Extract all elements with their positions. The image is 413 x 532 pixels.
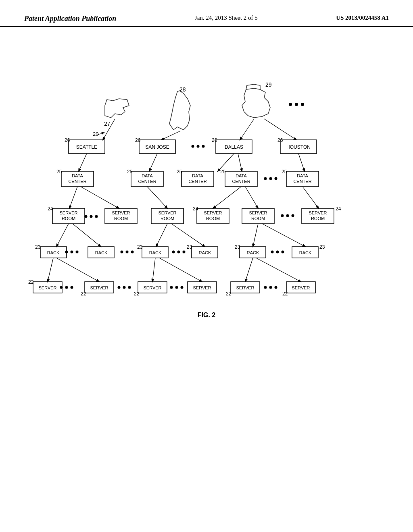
svg-point-10 bbox=[269, 177, 272, 180]
rack3-label: RACK bbox=[149, 250, 162, 255]
svg-line-19 bbox=[69, 187, 77, 208]
srv3-22-label: 22 bbox=[134, 291, 140, 297]
dc2-line2: CENTER bbox=[138, 179, 156, 184]
svg-line-49 bbox=[152, 258, 155, 282]
houston-26-label: 26 bbox=[277, 137, 283, 143]
svg-point-40 bbox=[76, 251, 79, 254]
svg-point-30 bbox=[183, 251, 186, 254]
srv-dots-2 bbox=[170, 286, 173, 289]
svg-line-13 bbox=[149, 154, 157, 171]
sr1-24-label: 24 bbox=[48, 206, 53, 212]
sr1-line1: SERVER bbox=[59, 210, 77, 215]
svg-line-14 bbox=[218, 154, 234, 171]
svg-point-29 bbox=[177, 251, 180, 254]
publication-number: US 2013/0024458 A1 bbox=[336, 15, 389, 21]
svg-point-25 bbox=[90, 215, 93, 218]
srv3-label: SERVER bbox=[143, 285, 161, 290]
rack-dots-3 bbox=[271, 251, 274, 254]
svg-point-11 bbox=[275, 177, 277, 180]
svg-line-23 bbox=[245, 187, 258, 208]
houston-label: HOUSTON bbox=[286, 144, 311, 150]
root-label-20: 20 bbox=[93, 131, 98, 137]
sr2-line1: SERVER bbox=[112, 210, 130, 215]
svg-point-44 bbox=[181, 286, 184, 289]
svg-line-37 bbox=[253, 224, 258, 247]
svg-point-42 bbox=[128, 286, 131, 289]
dc4-25-label: 25 bbox=[220, 169, 226, 175]
dallas-label: DALLAS bbox=[225, 144, 243, 150]
svg-point-41 bbox=[123, 286, 126, 289]
tx-state-label: 29 bbox=[265, 81, 272, 88]
dc5-line1: DATA bbox=[297, 173, 308, 178]
dc2-line1: DATA bbox=[142, 173, 153, 178]
svg-line-22 bbox=[213, 187, 241, 208]
srv2-22-label: 22 bbox=[81, 291, 86, 297]
svg-line-38 bbox=[262, 224, 305, 247]
diagram-area: 27 28 29 20 SEATTLE 26 SAN JOSE bbox=[0, 27, 413, 490]
svg-point-54 bbox=[71, 286, 73, 289]
sr5-line2: ROOM bbox=[251, 216, 265, 221]
srv-row-dots-1 bbox=[60, 286, 63, 289]
seattle-26-label: 26 bbox=[65, 137, 70, 143]
svg-line-9 bbox=[264, 119, 296, 140]
patent-diagram: 27 28 29 20 SEATTLE 26 SAN JOSE bbox=[0, 27, 413, 490]
svg-point-2 bbox=[301, 103, 304, 106]
dc5-line2: CENTER bbox=[293, 179, 311, 184]
svg-point-53 bbox=[65, 286, 68, 289]
svg-line-34 bbox=[73, 224, 101, 247]
sr6-24-label: 24 bbox=[336, 206, 341, 212]
svg-point-0 bbox=[289, 103, 292, 106]
srv-dots-1 bbox=[118, 286, 121, 289]
rack1-label: RACK bbox=[47, 250, 60, 255]
more-states-dots bbox=[289, 103, 304, 106]
svg-line-47 bbox=[48, 258, 53, 282]
publication-title: Patent Application Publication bbox=[24, 15, 116, 23]
dc5-25-label: 25 bbox=[282, 169, 287, 175]
srv5-label: SERVER bbox=[236, 285, 254, 290]
sr-row-dots-1 bbox=[85, 215, 88, 218]
svg-point-18 bbox=[292, 214, 294, 217]
dc4-line2: CENTER bbox=[232, 179, 250, 184]
rack5-label: RACK bbox=[247, 250, 259, 255]
dallas-26-label: 26 bbox=[212, 137, 217, 143]
svg-line-15 bbox=[238, 154, 242, 171]
svg-point-26 bbox=[95, 215, 98, 218]
srv2-label: SERVER bbox=[90, 285, 108, 290]
dc3-line1: DATA bbox=[192, 173, 203, 178]
dc1-line1: DATA bbox=[72, 173, 83, 178]
sanjose-label: SAN JOSE bbox=[145, 144, 169, 150]
city-dots-1 bbox=[192, 145, 194, 148]
rack5-23-label: 23 bbox=[235, 244, 240, 250]
dc4-line1: DATA bbox=[236, 173, 247, 178]
wa-state-label: 27 bbox=[104, 121, 111, 127]
svg-point-17 bbox=[286, 214, 289, 217]
svg-point-4 bbox=[197, 145, 200, 148]
svg-point-28 bbox=[131, 251, 134, 254]
sr1-line2: ROOM bbox=[62, 216, 75, 221]
svg-line-33 bbox=[56, 224, 69, 247]
svg-point-45 bbox=[269, 286, 272, 289]
svg-line-51 bbox=[245, 258, 253, 282]
srv4-label: SERVER bbox=[193, 285, 211, 290]
svg-line-21 bbox=[147, 187, 167, 208]
svg-line-52 bbox=[256, 258, 301, 282]
srv6-label: SERVER bbox=[292, 285, 310, 290]
sr3-line2: ROOM bbox=[161, 216, 174, 221]
dc-dots bbox=[264, 177, 267, 180]
svg-point-39 bbox=[71, 251, 73, 254]
dc3-25-label: 25 bbox=[177, 169, 182, 175]
state-tx-outline: 29 bbox=[242, 81, 272, 118]
sr2-line2: ROOM bbox=[114, 216, 128, 221]
svg-line-8 bbox=[240, 119, 254, 140]
svg-line-36 bbox=[171, 224, 205, 247]
sr5-line1: SERVER bbox=[249, 210, 267, 215]
sanjose-26-label: 26 bbox=[135, 137, 141, 143]
svg-line-12 bbox=[79, 154, 87, 171]
page-header: Patent Application Publication Jan. 24, … bbox=[0, 0, 413, 27]
sr-dots bbox=[281, 214, 284, 217]
srv1-label: SERVER bbox=[38, 285, 56, 290]
svg-point-31 bbox=[276, 251, 279, 254]
rack1-23-label: 23 bbox=[35, 244, 41, 250]
sr6-line2: ROOM bbox=[311, 216, 325, 221]
rack6-label: RACK bbox=[299, 250, 312, 255]
